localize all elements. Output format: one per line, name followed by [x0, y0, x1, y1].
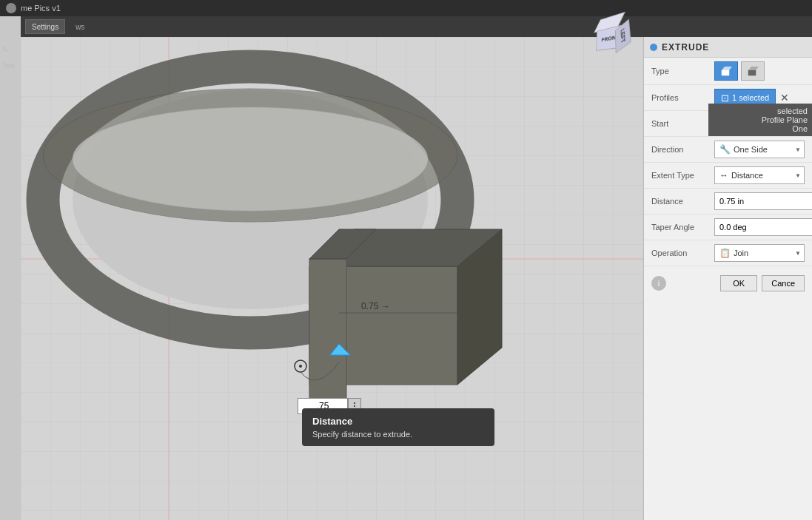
taper-label: Taper Angle — [651, 223, 714, 232]
profile-plane-text: Profile Plane — [713, 115, 808, 124]
extent-type-label: Extent Type — [651, 171, 714, 180]
title-icon — [6, 3, 16, 13]
panel-title: EXTRUDE — [662, 42, 709, 53]
panel-row-operation: Operation 📋 Join ▼ — [644, 240, 812, 266]
direction-arrow: ▼ — [795, 146, 801, 153]
svg-point-14 — [299, 365, 302, 368]
selection-indicator: selected Profile Plane One — [708, 104, 812, 136]
navcube-front-label: FRON — [601, 34, 616, 43]
svg-marker-18 — [722, 67, 732, 70]
operation-value: Join — [734, 249, 748, 257]
panel-header: EXTRUDE — [644, 37, 812, 58]
tooltip-description: Specify distance to extrude. — [312, 430, 484, 439]
operation-label: Operation — [651, 249, 714, 257]
svg-point-6 — [73, 107, 428, 211]
direction-dropdown[interactable]: 🔧 One Side ▼ — [714, 141, 805, 158]
extent-type-icon: ↔ — [719, 170, 728, 180]
type-control — [714, 61, 805, 81]
svg-rect-10 — [309, 259, 346, 407]
extrude-icon — [719, 64, 733, 78]
distance-value-input[interactable] — [714, 192, 812, 210]
top-bar: Settings ws — [21, 16, 812, 37]
one-text: One — [713, 124, 808, 133]
profiles-clear-button[interactable]: ✕ — [779, 92, 791, 104]
extent-type-arrow: ▼ — [795, 172, 801, 179]
direction-icon: 🔧 — [719, 144, 731, 155]
extent-type-dropdown[interactable]: ↔ Distance ▼ — [714, 166, 805, 184]
cancel-button[interactable]: Cance — [762, 275, 805, 291]
operation-dropdown[interactable]: 📋 Join ▼ — [714, 244, 805, 262]
panel-row-taper: Taper Angle — [644, 215, 812, 240]
left-label-hes: hes — [3, 61, 15, 70]
settings-button[interactable]: Settings — [25, 19, 65, 34]
profiles-select-icon: ⊡ — [721, 92, 729, 104]
extent-type-control: ↔ Distance ▼ — [714, 166, 805, 184]
title-text: me Pics v1 — [21, 4, 61, 13]
profiles-value: 1 selected — [732, 93, 769, 102]
left-labels: s, hes — [3, 44, 15, 70]
operation-icon: 📋 — [719, 248, 731, 258]
navcube-inner: FRON LEFT — [590, 11, 633, 61]
tooltip-title: Distance — [312, 416, 484, 427]
views-label: ws — [76, 23, 84, 31]
operation-arrow: ▼ — [795, 250, 801, 257]
operation-control: 📋 Join ▼ — [714, 244, 805, 262]
start-label: Start — [651, 119, 714, 128]
selected-text: selected — [713, 107, 808, 115]
panel-row-type: Type — [644, 58, 812, 85]
type-extrude-button[interactable] — [714, 61, 738, 81]
type-label: Type — [651, 67, 714, 75]
distance-label: Distance — [651, 197, 714, 206]
ok-button[interactable]: OK — [720, 275, 757, 291]
action-buttons: OK Cance — [720, 275, 805, 291]
extent-type-value: Distance — [731, 171, 763, 180]
panel-header-icon — [650, 44, 657, 51]
distance-tooltip: Distance Specify distance to extrude. — [302, 408, 494, 446]
navcube-left-label: LEFT — [620, 27, 625, 44]
profiles-label: Profiles — [651, 93, 714, 102]
direction-label: Direction — [651, 145, 714, 154]
info-button[interactable]: i — [651, 276, 666, 291]
panel-row-distance: Distance — [644, 189, 812, 215]
direction-value: One Side — [734, 145, 768, 154]
panel-row-direction: Direction 🔧 One Side ▼ — [644, 137, 812, 163]
svg-marker-20 — [748, 67, 759, 70]
taper-value-input[interactable] — [714, 218, 812, 236]
distance-control — [714, 192, 812, 210]
taper-control — [714, 218, 812, 236]
left-label-s: s, — [3, 44, 15, 53]
title-bar: me Pics v1 — [0, 0, 812, 16]
panel-row-extent-type: Extent Type ↔ Distance ▼ — [644, 163, 812, 189]
thin-extrude-icon — [746, 64, 759, 78]
info-row: i OK Cance — [644, 269, 812, 297]
navcube[interactable]: FRON LEFT — [583, 10, 634, 62]
type-thin-button[interactable] — [741, 61, 765, 81]
svg-text:0.75 →: 0.75 → — [361, 301, 390, 311]
direction-control: 🔧 One Side ▼ — [714, 141, 805, 158]
svg-rect-19 — [748, 70, 756, 75]
viewport[interactable]: 0.75 → ⋮ Distance Specify distance to ex… — [21, 37, 662, 520]
grid-svg: 0.75 → — [21, 37, 662, 520]
svg-rect-17 — [722, 70, 729, 75]
